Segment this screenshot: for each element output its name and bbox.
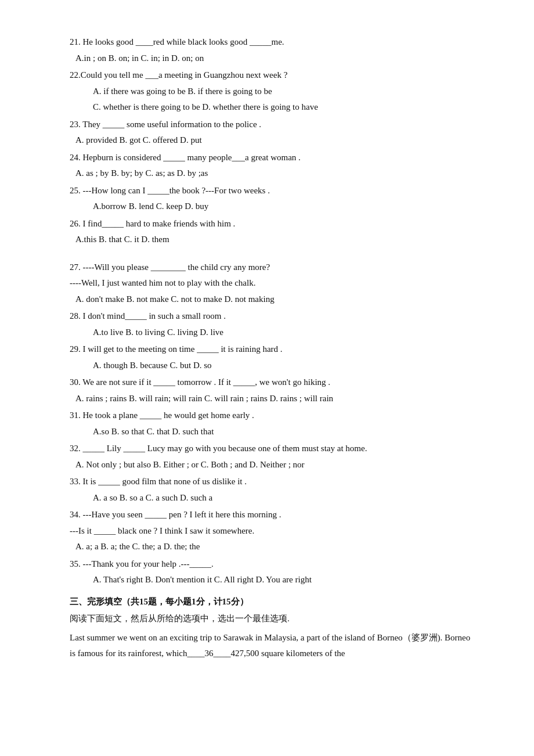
q28-text: 28. I don't mind_____ in such a small ro… xyxy=(70,309,476,324)
q31-text: 31. He took a plane _____ he would get h… xyxy=(70,408,476,423)
q30-options: A. rains ; rains B. will rain; will rain… xyxy=(70,391,476,406)
question-34: 34. ---Have you seen _____ pen ? I left … xyxy=(70,507,476,555)
q24-options: A. as ; by B. by; by C. as; as D. by ;as xyxy=(70,166,476,181)
question-29: 29. I will get to the meeting on time __… xyxy=(70,342,476,373)
q34-options: A. a; a B. a; the C. the; a D. the; the xyxy=(70,539,476,555)
q27-text: 27. ----Will you please ________ the chi… xyxy=(70,260,476,275)
q31-options: A.so B. so that C. that D. such that xyxy=(70,424,476,440)
question-22: 22.Could you tell me ___a meeting in Gua… xyxy=(70,68,476,115)
q25-options: A.borrow B. lend C. keep D. buy xyxy=(70,199,476,214)
section3-instruction: 阅读下面短文，然后从所给的选项中，选出一个最佳选项. xyxy=(70,611,476,627)
q21-options: A.in ; on B. on; in C. in; in D. on; on xyxy=(70,51,476,66)
q22-options-c: C. whether is there going to be D. wheth… xyxy=(70,100,476,115)
question-35: 35. ---Thank you for your help .---_____… xyxy=(70,557,476,588)
question-24: 24. Hepburn is considered _____ many peo… xyxy=(70,150,476,181)
q28-options: A.to live B. to living C. living D. live xyxy=(70,325,476,340)
question-21: 21. He looks good ____red while black lo… xyxy=(70,35,476,66)
question-27: 27. ----Will you please ________ the chi… xyxy=(70,260,476,307)
q27-subtext: ----Well, I just wanted him not to play … xyxy=(70,276,476,291)
question-30: 30. We are not sure if it _____ tomorrow… xyxy=(70,375,476,406)
q34-subtext: ---Is it _____ black one ? I think I saw… xyxy=(70,524,476,539)
q22-options-a: A. if there was going to be B. if there … xyxy=(70,84,476,99)
q35-text: 35. ---Thank you for your help .---_____… xyxy=(70,557,476,572)
q32-text: 32. _____ Lily _____ Lucy may go with yo… xyxy=(70,441,476,456)
section3-title: 三、完形填空（共15题，每小题1分，计15分） xyxy=(70,595,476,610)
q24-text: 24. Hepburn is considered _____ many peo… xyxy=(70,150,476,165)
question-32: 32. _____ Lily _____ Lucy may go with yo… xyxy=(70,441,476,472)
q26-text: 26. I find_____ hard to make friends wit… xyxy=(70,217,476,232)
section3-paragraph: Last summer we went on an exciting trip … xyxy=(70,630,476,661)
q35-options: A. That's right B. Don't mention it C. A… xyxy=(70,573,476,588)
q27-options: A. don't make B. not make C. not to make… xyxy=(70,292,476,307)
question-33: 33. It is _____ good film that none of u… xyxy=(70,474,476,505)
q21-text: 21. He looks good ____red while black lo… xyxy=(70,35,476,50)
q26-options: A.this B. that C. it D. them xyxy=(70,232,476,247)
question-28: 28. I don't mind_____ in such a small ro… xyxy=(70,309,476,340)
q30-text: 30. We are not sure if it _____ tomorrow… xyxy=(70,375,476,390)
q23-text: 23. They _____ some useful information t… xyxy=(70,117,476,132)
question-31: 31. He took a plane _____ he would get h… xyxy=(70,408,476,439)
q23-options: A. provided B. got C. offered D. put xyxy=(70,133,476,148)
q34-text: 34. ---Have you seen _____ pen ? I left … xyxy=(70,507,476,523)
q33-options: A. a so B. so a C. a such D. such a xyxy=(70,491,476,506)
question-23: 23. They _____ some useful information t… xyxy=(70,117,476,148)
question-26: 26. I find_____ hard to make friends wit… xyxy=(70,217,476,247)
q33-text: 33. It is _____ good film that none of u… xyxy=(70,474,476,489)
q32-options: A. Not only ; but also B. Either ; or C.… xyxy=(70,458,476,473)
question-25: 25. ---How long can I _____the book ?---… xyxy=(70,183,476,214)
q29-options: A. though B. because C. but D. so xyxy=(70,358,476,373)
q25-text: 25. ---How long can I _____the book ?---… xyxy=(70,183,476,199)
q29-text: 29. I will get to the meeting on time __… xyxy=(70,342,476,357)
q22-text: 22.Could you tell me ___a meeting in Gua… xyxy=(70,68,476,83)
